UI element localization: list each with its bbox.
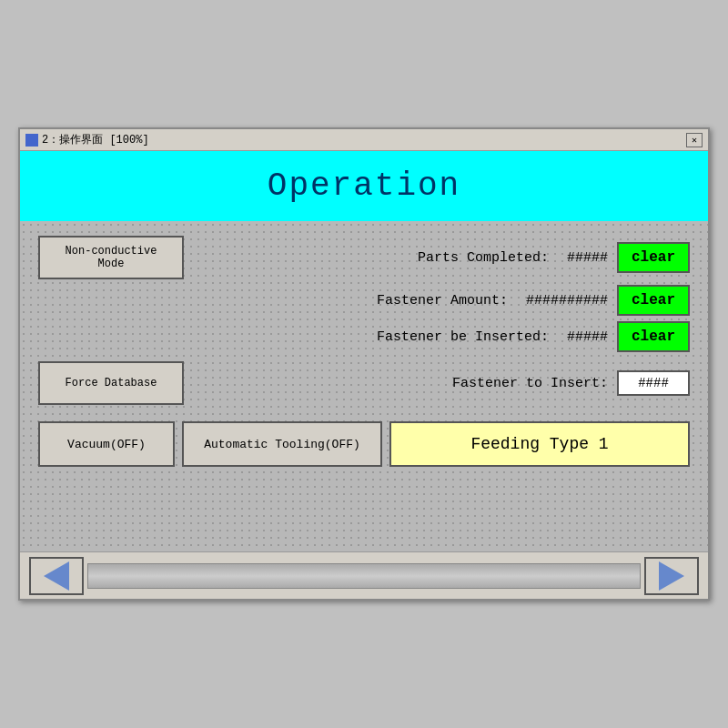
fastener-inserted-label: Fastener be Inserted: xyxy=(184,329,558,345)
feeding-type-button[interactable]: Feeding Type 1 xyxy=(389,421,690,467)
title-bar: 2：操作界面 [100%] ✕ xyxy=(20,129,708,151)
row-fastener-inserted: Fastener be Inserted: ##### clear xyxy=(184,321,690,352)
fastener-amount-group: Fastener Amount: ########## clear xyxy=(184,285,690,316)
operation-header: Operation xyxy=(20,151,708,221)
nav-right-button[interactable] xyxy=(644,557,699,595)
fastener-inserted-value: ##### xyxy=(567,329,608,345)
clear-fastener-inserted-button[interactable]: clear xyxy=(617,321,690,352)
fastener-inserted-group: Fastener be Inserted: ##### clear xyxy=(184,321,690,352)
header-title: Operation xyxy=(268,167,460,205)
fastener-to-insert-group: Fastener to Insert: xyxy=(184,370,690,396)
fastener-amount-value: ########## xyxy=(526,293,608,308)
row-fastener-amount: Fastener Amount: ########## clear xyxy=(184,285,690,316)
non-conductive-button[interactable]: Non-conductive Mode xyxy=(38,236,184,279)
title-bar-left: 2：操作界面 [100%] xyxy=(25,132,149,147)
arrow-left-icon xyxy=(44,561,69,591)
nav-bar xyxy=(20,551,708,599)
window-title: 2：操作界面 [100%] xyxy=(42,132,149,147)
vacuum-button[interactable]: Vacuum(OFF) xyxy=(38,421,175,467)
fastener-to-insert-input[interactable] xyxy=(617,370,690,396)
row-bottom-buttons: Vacuum(OFF) Automatic Tooling(OFF) Feedi… xyxy=(38,421,690,467)
main-window: 2：操作界面 [100%] ✕ Operation Non-conductive… xyxy=(18,127,710,601)
nav-left-button[interactable] xyxy=(29,557,84,595)
fastener-amount-label: Fastener Amount: xyxy=(184,293,517,308)
arrow-right-icon xyxy=(659,561,684,591)
row-parts-completed: Non-conductive Mode Parts Completed: ###… xyxy=(38,236,690,279)
window-icon xyxy=(25,134,38,147)
auto-tooling-button[interactable]: Automatic Tooling(OFF) xyxy=(182,421,382,467)
clear-fastener-amount-button[interactable]: clear xyxy=(617,285,690,316)
parts-completed-label: Parts Completed: xyxy=(184,250,558,266)
force-database-button[interactable]: Force Database xyxy=(38,361,184,405)
main-area: Non-conductive Mode Parts Completed: ###… xyxy=(20,221,708,551)
parts-completed-group: Parts Completed: ##### clear xyxy=(184,242,690,273)
fastener-to-insert-label: Fastener to Insert: xyxy=(184,376,617,391)
close-button[interactable]: ✕ xyxy=(686,133,703,147)
clear-parts-button[interactable]: clear xyxy=(617,242,690,273)
row-fastener-to-insert: Force Database Fastener to Insert: xyxy=(38,361,690,405)
scroll-track[interactable] xyxy=(87,563,641,589)
parts-completed-value: ##### xyxy=(567,250,608,266)
